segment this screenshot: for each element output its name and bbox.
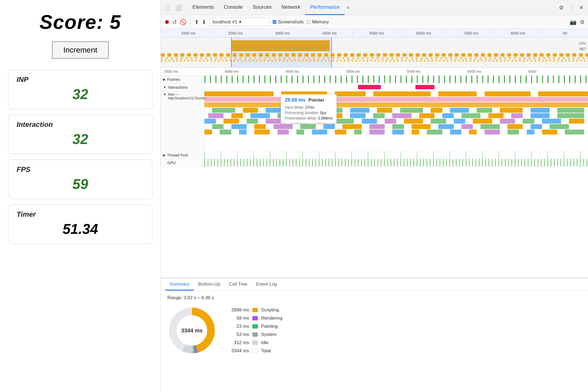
more-icon[interactable]: ⋮ [569,4,574,11]
tooltip-processing-key: Processing duration [285,111,318,115]
timeline-overview[interactable]: CPU NET [161,38,588,68]
tick-6000: 6000 ms [400,31,447,35]
settings-icon[interactable]: ⚙ [559,4,564,11]
tooltip-input-delay-row: Input delay 27ms [285,105,333,109]
flame-seg [485,130,500,134]
flame-seg [296,130,304,134]
flame-seg [507,124,523,129]
scripting-color [252,308,258,312]
flame-seg [485,91,531,96]
system-ms: 53 ms [227,332,249,337]
upload-icon[interactable]: ⬆ [194,19,199,25]
donut-center-label: 3344 ms [181,327,203,334]
flame-row-7 [204,124,588,129]
detail-tick-6500: 6500 [527,69,588,74]
main-chevron[interactable]: ▼ [163,93,166,96]
inp-label: INP [17,75,144,84]
flame-seg [500,119,515,124]
reload-icon[interactable]: ↺ [172,19,177,25]
screenshots-toggle[interactable]: Screenshots [273,19,304,25]
tab-sources[interactable]: Sources [248,0,277,15]
ruler-ticks-container: 1000 ms 2000 ms 3000 ms 4000 ms 5000 ms … [163,31,588,35]
frames-label: ▶ Frames [161,76,204,83]
tab-call-tree[interactable]: Call Tree [225,281,252,290]
tab-bottom-up[interactable]: Bottom-Up [194,281,225,290]
range-text: Range: 3.02 s – 6.36 s [167,295,581,301]
flame-seg [335,91,366,96]
painting-ms: 23 ms [227,324,249,329]
toolbar-separator [190,18,191,26]
tick-7000: 7000 ms [447,31,494,35]
frames-label-text: Frames [167,77,180,82]
settings2-icon[interactable]: ⚙ [580,19,585,25]
left-panel: Score: 5 Increment INP 32 Interaction 32… [0,0,161,392]
inspect-icon[interactable]: ⬚ [165,4,170,11]
flame-seg [204,102,588,107]
download-icon[interactable]: ⬇ [202,19,206,25]
record-icon[interactable]: ⏺ [164,19,170,25]
tooltip-title: 29.69 ms Pointer [285,97,333,103]
threadpool-label: ▶ Thread Pool [161,151,204,159]
flame-seg [220,130,231,134]
threadpool-chevron[interactable]: ▶ [163,153,166,157]
interactions-label: ▼ Interactions [161,83,204,91]
flame-seg [274,124,293,129]
flame-seg [557,108,584,113]
flame-seg [531,124,542,129]
devtools-left-icons: ⬚ ⬜ [165,4,182,11]
devtools-topbar: ⬚ ⬜ Elements Console Sources Network Per… [161,0,588,15]
memory-toggle[interactable]: Memory [307,19,329,25]
tab-more[interactable]: » [345,5,352,10]
device-icon[interactable]: ⬜ [175,4,182,11]
summary-body: 3344 ms 2898 ms Scripting 58 ms Renderin… [167,306,581,355]
tab-console[interactable]: Console [219,0,248,15]
tab-network[interactable]: Network [277,0,305,15]
main-track-row: ▼ Main — http://localhost:5173/under… [161,91,588,151]
flame-seg [212,124,223,129]
flame-seg [400,108,423,113]
flame-seg [204,130,212,134]
legend-idle: 312 ms Idle [227,340,282,345]
close-icon[interactable]: ✕ [579,4,584,11]
increment-button[interactable]: Increment [52,41,109,59]
flame-seg [507,130,519,134]
main-content[interactable]: 29.69 ms Pointer Input delay 27ms Proces… [204,91,588,151]
flame-seg [223,119,239,124]
flame-seg [350,113,365,118]
flame-seg [565,130,584,134]
flame-seg [239,130,247,134]
timer-value: 51.34 [17,221,144,237]
tick-90: 90 [541,31,588,35]
detail-tick-5500: 5500 ms [406,69,467,74]
url-dropdown-icon[interactable]: ▾ [239,19,241,25]
screenshots-checkbox[interactable] [273,20,276,24]
flame-row-5 [204,113,588,118]
url-selector[interactable]: localhost #1 ▾ [210,18,270,26]
flame-seg-pink [204,97,588,102]
interactions-chevron[interactable]: ▼ [163,85,166,89]
tab-elements[interactable]: Elements [188,0,219,15]
interaction-bar-2[interactable] [415,85,434,89]
tab-performance[interactable]: Performance [305,0,345,15]
flame-seg [392,113,411,118]
gpu-label: GPU [161,159,204,166]
threadpool-content [204,151,588,159]
tab-event-log[interactable]: Event Log [252,281,281,290]
frames-chevron[interactable]: ▶ [163,78,166,81]
capture-icon[interactable]: 📷 [570,19,577,25]
flame-seg [488,113,504,118]
tooltip-type: Pointer [308,97,324,103]
flame-seg [412,130,419,134]
bottom-panel: Summary Bottom-Up Call Tree Event Log Ra… [161,278,588,392]
timeline-selection [231,38,332,67]
clear-icon[interactable]: 🚫 [180,19,186,25]
tab-summary[interactable]: Summary [165,281,194,290]
tick-8000: 8000 ms [494,31,541,35]
flame-row-3 [204,102,588,107]
score-label: Score: [39,11,104,33]
detail-timeline: 3500 ms 4000 ms 4500 ms 5000 ms 5500 ms … [161,68,588,278]
idle-ms: 312 ms [227,340,249,345]
interaction-bar-1[interactable] [358,85,381,89]
memory-checkbox[interactable] [307,20,311,24]
tick-2000: 2000 ms [211,31,258,35]
